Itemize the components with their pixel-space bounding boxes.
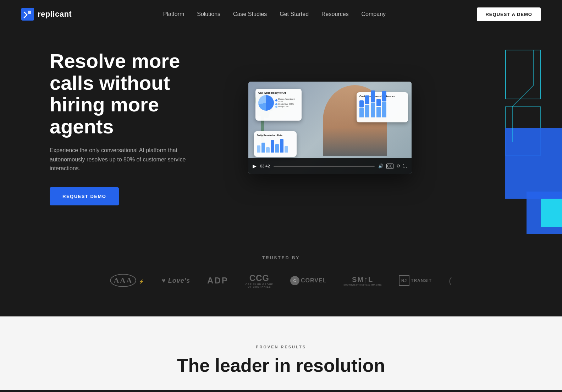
nav-platform[interactable]: Platform bbox=[163, 11, 184, 17]
logo-aaa: AAA ⚡ bbox=[110, 276, 145, 285]
svg-rect-0 bbox=[21, 8, 34, 21]
proven-title: The leader in resolution bbox=[21, 355, 541, 376]
brand-name: replicant bbox=[38, 10, 72, 19]
fullscreen-icon[interactable]: ⛶ bbox=[403, 164, 407, 169]
hero-left: Resolve more calls without hiring more a… bbox=[50, 50, 220, 205]
play-button[interactable]: ▶ bbox=[253, 163, 257, 169]
hero-subtitle: Experience the only conversational AI pl… bbox=[50, 146, 199, 173]
nav-solutions[interactable]: Solutions bbox=[197, 11, 220, 17]
navbar: replicant Platform Solutions Case Studie… bbox=[0, 0, 562, 28]
logo-partial: ( bbox=[449, 276, 452, 286]
nav-get-started[interactable]: Get Started bbox=[280, 11, 309, 17]
video-control-icons: 🔊 CC ⚙ ⛶ bbox=[378, 164, 407, 169]
volume-icon[interactable]: 🔊 bbox=[378, 164, 384, 169]
nav-links: Platform Solutions Case Studies Get Star… bbox=[163, 11, 386, 17]
hero-cta-button[interactable]: REQUEST DEMO bbox=[50, 187, 119, 205]
bar1-chart-title: Daily Resolution Rate bbox=[257, 134, 294, 137]
logo-corvel: C CORVEL bbox=[290, 276, 326, 285]
trusted-section: TRUSTED BY AAA ⚡ ♥ Love's ADP CCG CAR CL… bbox=[0, 234, 562, 316]
proven-tag: PROVEN RESULTS bbox=[21, 345, 541, 349]
logo-loves: ♥ Love's bbox=[162, 277, 190, 285]
nav-resources[interactable]: Resources bbox=[321, 11, 348, 17]
captions-icon[interactable]: CC bbox=[386, 164, 393, 169]
logo-njtransit: NJ TRANSIT bbox=[399, 275, 432, 286]
chart-bar2-overlay: Customer Channel Preference bbox=[357, 92, 408, 122]
video-player: Call Types Ready for AI Change Appointme… bbox=[248, 82, 412, 174]
nav-request-demo-button[interactable]: REQUEST A DEMO bbox=[477, 7, 541, 21]
logo-ccg: CCG CAR CLUB GROUPOF COMPANIES bbox=[246, 273, 273, 288]
chart-bar1-overlay: Daily Resolution Rate bbox=[254, 131, 297, 157]
hero-video-container: Call Types Ready for AI Change Appointme… bbox=[248, 82, 412, 174]
hero-section: Resolve more calls without hiring more a… bbox=[0, 28, 562, 234]
trusted-label: TRUSTED BY bbox=[21, 255, 541, 260]
logo-smil: SM↑L SOUTHWEST MEDICAL IMAGING bbox=[343, 276, 382, 286]
logo[interactable]: replicant bbox=[21, 8, 72, 21]
hero-title: Resolve more calls without hiring more a… bbox=[50, 50, 220, 137]
nav-company[interactable]: Company bbox=[362, 11, 386, 17]
settings-icon[interactable]: ⚙ bbox=[396, 164, 400, 169]
logo-adp: ADP bbox=[207, 276, 228, 286]
video-progress[interactable] bbox=[274, 166, 375, 167]
video-timestamp: 03:42 bbox=[260, 164, 270, 168]
video-controls: ▶ 03:42 🔊 CC ⚙ ⛶ bbox=[248, 158, 412, 174]
nav-case-studies[interactable]: Case Studies bbox=[233, 11, 267, 17]
svg-rect-1 bbox=[28, 11, 31, 14]
trusted-logos-row: AAA ⚡ ♥ Love's ADP CCG CAR CLUB GROUPOF … bbox=[21, 273, 541, 288]
pie-chart-title: Call Types Ready for AI bbox=[258, 92, 299, 94]
proven-results-section: PROVEN RESULTS The leader in resolution bbox=[0, 316, 562, 390]
chart-pie-overlay: Call Types Ready for AI Change Appointme… bbox=[255, 89, 302, 121]
